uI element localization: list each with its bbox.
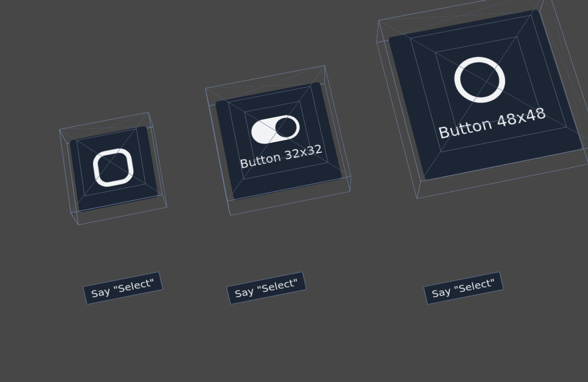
stage: Button 32x32 Button 48x48 Say "Select" S… — [0, 0, 588, 382]
